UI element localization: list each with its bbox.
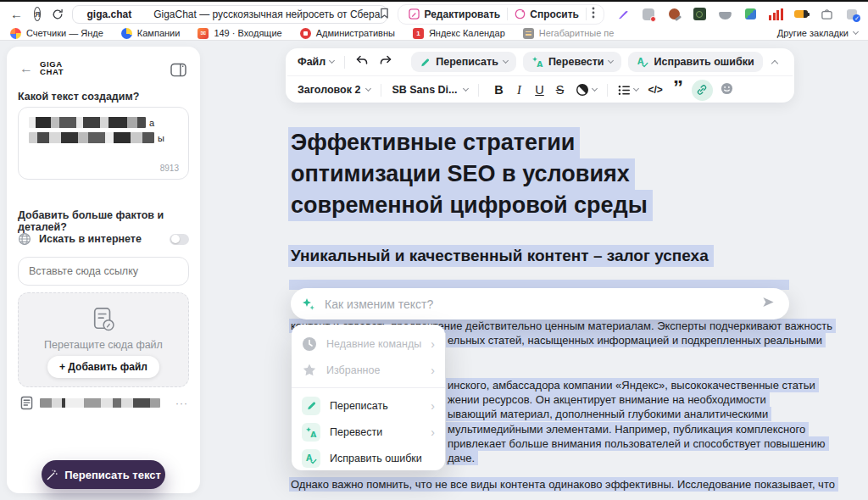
doc-h1-line1: Эффективные стратегии bbox=[291, 127, 580, 158]
command-input-bar bbox=[291, 288, 789, 319]
emoji-icon bbox=[721, 82, 733, 95]
submenu-arrow-icon: › bbox=[431, 425, 435, 439]
rewrite-action-button[interactable]: Переписать bbox=[411, 52, 516, 72]
font-family-select[interactable]: SB Sans Di... bbox=[392, 84, 457, 96]
doc-h1-line2: оптимизации SEO в условиях bbox=[291, 158, 635, 190]
pen-icon bbox=[420, 57, 431, 68]
file-menu-button[interactable]: Файл bbox=[298, 56, 326, 68]
translate-action-button[interactable]: A Перевести bbox=[523, 52, 622, 72]
bold-button[interactable]: B bbox=[489, 83, 509, 97]
divider bbox=[381, 84, 381, 97]
chevron-down-icon bbox=[462, 86, 468, 92]
rewrite-action-label: Переписать bbox=[436, 56, 498, 68]
submenu-arrow-icon: › bbox=[431, 337, 435, 351]
toolbar-row-format: Заголовок 2 SB Sans Di... B I U S </> ” bbox=[286, 76, 794, 103]
chevron-down-icon bbox=[329, 58, 335, 64]
svg-text:A: A bbox=[637, 57, 644, 66]
send-arrow-icon bbox=[761, 295, 776, 309]
menu-item-rewrite[interactable]: Переписать › bbox=[292, 392, 445, 419]
undo-button[interactable] bbox=[355, 54, 369, 69]
chevron-down-icon bbox=[632, 86, 638, 92]
menu-item-label: Перевести bbox=[330, 426, 421, 438]
redo-button[interactable] bbox=[379, 54, 392, 69]
underline-button[interactable]: U bbox=[530, 83, 550, 97]
submenu-arrow-icon: › bbox=[431, 399, 435, 413]
menu-divider bbox=[292, 387, 445, 388]
translate-icon: A bbox=[302, 423, 320, 442]
svg-text:A: A bbox=[537, 59, 543, 68]
quote-button[interactable]: ” bbox=[673, 84, 683, 96]
spellcheck-icon: A bbox=[302, 449, 320, 468]
collapse-toolbar-icon[interactable] bbox=[771, 60, 778, 67]
chevron-down-icon bbox=[591, 86, 597, 92]
divider bbox=[344, 56, 345, 69]
submenu-arrow-icon: › bbox=[431, 364, 435, 377]
list-style-button[interactable] bbox=[618, 85, 638, 96]
star-icon bbox=[302, 363, 317, 378]
doc-paragraph3: Однако важно помнить, что не все виды ко… bbox=[291, 477, 838, 492]
translate-icon: A bbox=[531, 56, 543, 68]
doc-paragraph2-line2: жении ресурсов. Он акцентирует внимание … bbox=[448, 392, 770, 407]
menu-item-translate[interactable]: A Перевести › bbox=[292, 419, 445, 445]
menu-item-label: Исправить ошибки bbox=[330, 453, 435, 464]
sparkle-icon bbox=[301, 297, 316, 312]
bullet-list-icon bbox=[618, 85, 631, 96]
pen-icon bbox=[302, 397, 320, 415]
doc-h1-line3: современной цифровой среды bbox=[291, 190, 653, 221]
spellcheck-icon: A bbox=[637, 56, 648, 68]
doc-h2: Уникальный и качественный контент – зало… bbox=[291, 245, 714, 267]
svg-text:A: A bbox=[310, 429, 317, 437]
send-button[interactable] bbox=[754, 292, 782, 316]
doc-paragraph2-line1: инского, амбассадора компании «Яндекс», … bbox=[448, 378, 819, 392]
menu-item-label: Переписать bbox=[330, 400, 421, 412]
menu-item-recent[interactable]: Недавние команды › bbox=[292, 331, 445, 357]
menu-item-label: Избранное bbox=[326, 364, 421, 376]
doc-paragraph2-line5: привлекает больше внимания пользователей… bbox=[448, 436, 829, 451]
doc-paragraph1-line3: ельных статей, насыщенных информацией и … bbox=[448, 333, 826, 347]
italic-button[interactable]: I bbox=[509, 83, 530, 97]
color-circle-icon bbox=[576, 83, 589, 97]
browser-window: ← Я giga.chat GigaChat — русскоязычная н… bbox=[0, 0, 868, 500]
clock-icon bbox=[302, 336, 317, 352]
editor-toolbar: Файл Переписать A Перевести A Исправить … bbox=[286, 48, 794, 103]
heading-style-select[interactable]: Заголовок 2 bbox=[298, 84, 360, 96]
menu-item-favorites[interactable]: Избранное › bbox=[292, 357, 445, 383]
chevron-down-icon bbox=[503, 58, 509, 64]
fix-errors-action-label: Исправить ошибки bbox=[654, 56, 754, 68]
link-icon bbox=[696, 84, 708, 96]
doc-paragraph2-line4: мультимедийными элементами. Например, пу… bbox=[448, 422, 809, 436]
divider bbox=[478, 84, 479, 97]
doc-paragraph2-line3: ывающий материал, дополненный глубокими … bbox=[448, 407, 771, 421]
code-button[interactable]: </> bbox=[648, 84, 663, 96]
command-input[interactable] bbox=[325, 297, 746, 311]
menu-item-label: Недавние команды bbox=[326, 338, 421, 350]
fix-errors-action-button[interactable]: A Исправить ошибки bbox=[628, 52, 762, 72]
svg-text:A: A bbox=[306, 453, 313, 462]
divider bbox=[607, 84, 608, 97]
doc-paragraph2-line6: даче. bbox=[448, 451, 478, 465]
link-button-active[interactable] bbox=[692, 80, 713, 101]
commands-dropdown: Недавние команды › Избранное › Переписат… bbox=[292, 325, 445, 470]
toolbar-row-main: Файл Переписать A Перевести A Исправить … bbox=[286, 48, 794, 75]
chevron-down-icon bbox=[365, 86, 371, 92]
text-color-button[interactable] bbox=[576, 83, 597, 97]
translate-action-label: Перевести bbox=[548, 56, 604, 68]
emoji-button[interactable] bbox=[721, 82, 733, 98]
menu-item-fix-errors[interactable]: A Исправить ошибки bbox=[292, 445, 445, 471]
chevron-down-icon bbox=[608, 58, 614, 64]
strikethrough-button[interactable]: S bbox=[550, 83, 570, 97]
